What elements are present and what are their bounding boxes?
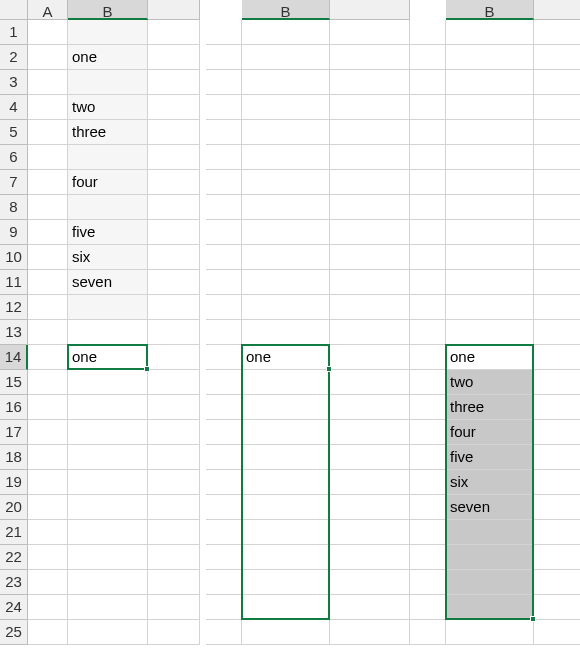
row-header[interactable]: 4 — [0, 95, 28, 120]
cell[interactable] — [446, 270, 534, 295]
cell[interactable] — [148, 470, 200, 495]
cell[interactable] — [148, 20, 200, 45]
cell[interactable] — [330, 595, 410, 620]
cell[interactable] — [534, 395, 580, 420]
cell[interactable] — [68, 395, 148, 420]
row-header[interactable]: 18 — [0, 445, 28, 470]
cell[interactable] — [68, 545, 148, 570]
cell[interactable] — [446, 545, 534, 570]
cell[interactable] — [28, 620, 68, 645]
cell[interactable] — [242, 445, 330, 470]
cell[interactable] — [330, 320, 410, 345]
cell[interactable] — [242, 270, 330, 295]
cell[interactable] — [28, 295, 68, 320]
cell[interactable] — [446, 345, 534, 370]
cell[interactable] — [28, 570, 68, 595]
row-header[interactable]: 11 — [0, 270, 28, 295]
cell[interactable] — [534, 520, 580, 545]
cell[interactable] — [534, 295, 580, 320]
cell[interactable] — [28, 470, 68, 495]
cell[interactable] — [28, 595, 68, 620]
cell[interactable] — [242, 45, 330, 70]
cell[interactable] — [28, 95, 68, 120]
cell[interactable] — [330, 520, 410, 545]
fill-handle[interactable] — [144, 366, 150, 372]
cell[interactable] — [242, 245, 330, 270]
cell[interactable] — [148, 120, 200, 145]
cell[interactable] — [446, 70, 534, 95]
row-header[interactable]: 20 — [0, 495, 28, 520]
cell[interactable] — [446, 95, 534, 120]
row-header[interactable]: 8 — [0, 195, 28, 220]
cell[interactable] — [148, 220, 200, 245]
cell[interactable] — [534, 145, 580, 170]
cell[interactable] — [242, 620, 330, 645]
select-all-corner[interactable] — [0, 0, 28, 20]
cell[interactable] — [68, 620, 148, 645]
cell[interactable] — [242, 370, 330, 395]
cell[interactable] — [534, 20, 580, 45]
col-header[interactable]: B — [242, 0, 330, 20]
cell[interactable] — [148, 295, 200, 320]
row-header[interactable]: 10 — [0, 245, 28, 270]
cell[interactable] — [28, 520, 68, 545]
cell[interactable] — [534, 470, 580, 495]
row-header[interactable]: 21 — [0, 520, 28, 545]
cell[interactable] — [68, 595, 148, 620]
cell[interactable] — [28, 445, 68, 470]
cell[interactable] — [446, 495, 534, 520]
cell[interactable] — [330, 620, 410, 645]
cell[interactable] — [242, 470, 330, 495]
cell[interactable] — [242, 320, 330, 345]
cell[interactable] — [330, 45, 410, 70]
cell[interactable] — [68, 245, 148, 270]
row-header[interactable]: 16 — [0, 395, 28, 420]
cell[interactable] — [446, 420, 534, 445]
cell[interactable] — [68, 470, 148, 495]
cell[interactable] — [68, 120, 148, 145]
fill-handle[interactable] — [326, 366, 332, 372]
cell[interactable] — [28, 120, 68, 145]
cell[interactable] — [330, 270, 410, 295]
cell[interactable] — [446, 470, 534, 495]
row-header[interactable]: 17 — [0, 420, 28, 445]
cell[interactable] — [242, 20, 330, 45]
cell[interactable] — [28, 345, 68, 370]
cell[interactable] — [28, 20, 68, 45]
cell[interactable] — [28, 395, 68, 420]
cell[interactable] — [534, 270, 580, 295]
cell[interactable] — [330, 245, 410, 270]
cell[interactable] — [148, 270, 200, 295]
cell[interactable] — [148, 495, 200, 520]
cell[interactable] — [242, 545, 330, 570]
cell[interactable] — [68, 320, 148, 345]
cell[interactable] — [68, 445, 148, 470]
cell[interactable] — [148, 320, 200, 345]
cell[interactable] — [148, 370, 200, 395]
cell[interactable] — [28, 495, 68, 520]
cell[interactable] — [28, 370, 68, 395]
cell[interactable] — [330, 345, 410, 370]
cell[interactable] — [534, 420, 580, 445]
cell[interactable] — [446, 445, 534, 470]
cell[interactable] — [534, 545, 580, 570]
row-header[interactable]: 1 — [0, 20, 28, 45]
cell[interactable] — [242, 595, 330, 620]
cell[interactable] — [68, 570, 148, 595]
cell[interactable] — [28, 70, 68, 95]
cell[interactable] — [148, 70, 200, 95]
cell[interactable] — [148, 545, 200, 570]
cell[interactable] — [534, 220, 580, 245]
cell[interactable] — [68, 420, 148, 445]
cell[interactable] — [148, 620, 200, 645]
cell[interactable] — [330, 395, 410, 420]
col-header[interactable]: B — [68, 0, 148, 20]
cell[interactable] — [534, 370, 580, 395]
cell[interactable] — [534, 445, 580, 470]
cell[interactable] — [330, 495, 410, 520]
cell[interactable] — [68, 270, 148, 295]
cell[interactable] — [534, 620, 580, 645]
cell[interactable] — [28, 245, 68, 270]
cell[interactable] — [534, 245, 580, 270]
cell[interactable] — [534, 45, 580, 70]
